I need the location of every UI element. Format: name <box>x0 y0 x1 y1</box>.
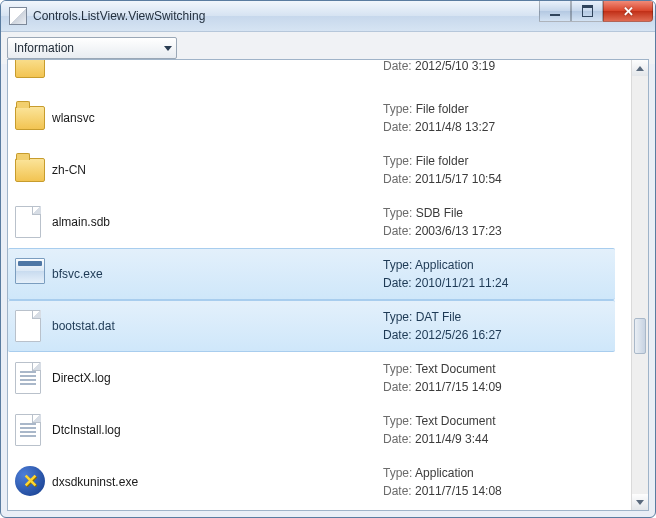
list-item-meta: Type: Text DocumentDate: 2011/4/9 3:44 <box>383 412 613 448</box>
list-item-icon <box>10 310 52 342</box>
window-controls: ✕ <box>539 1 655 21</box>
file-icon <box>15 206 47 238</box>
vertical-scrollbar[interactable] <box>631 60 648 510</box>
content-area: Date: 2012/5/10 3:19wlansvcType: File fo… <box>7 59 649 511</box>
meta-date-label: Date: <box>383 276 412 290</box>
meta-date-value: 2010/11/21 11:24 <box>412 276 509 290</box>
window-frame: Controls.ListView.ViewSwitching ✕ Inform… <box>0 0 656 518</box>
list-item-name: wlansvc <box>52 111 383 125</box>
list-item-icon <box>10 414 52 446</box>
scroll-down-button[interactable] <box>632 494 648 510</box>
meta-type-label: Type: <box>383 258 412 272</box>
list-item-meta: Type: DAT FileDate: 2012/5/26 16:27 <box>383 308 613 344</box>
list-item-icon <box>10 154 52 186</box>
chevron-up-icon <box>636 66 644 71</box>
meta-type-value: Text Document <box>412 362 495 376</box>
chevron-down-icon <box>164 46 172 51</box>
meta-date-label: Date: <box>383 432 412 446</box>
meta-date-label: Date: <box>383 380 412 394</box>
scrollbar-track[interactable] <box>632 76 648 494</box>
maximize-icon <box>582 5 593 17</box>
list-item[interactable]: ✕dxsdkuninst.exeType: ApplicationDate: 2… <box>8 456 615 508</box>
list-item-name: bootstat.dat <box>52 319 383 333</box>
meta-type-label: Type: <box>383 154 412 168</box>
directx-icon: ✕ <box>15 466 47 498</box>
list-item-meta: Date: 2012/5/10 3:19 <box>383 60 613 75</box>
meta-type-label: Type: <box>383 310 412 324</box>
meta-date-label: Date: <box>383 484 412 498</box>
meta-type-value: DAT File <box>412 310 461 324</box>
meta-date-label: Date: <box>383 120 412 134</box>
meta-date-value: 2011/7/15 14:08 <box>412 484 502 498</box>
titlebar[interactable]: Controls.ListView.ViewSwitching ✕ <box>1 1 655 32</box>
list-item[interactable]: DirectX.logType: Text DocumentDate: 2011… <box>8 352 615 404</box>
meta-date-value: 2011/5/17 10:54 <box>412 172 502 186</box>
list-item-meta: Type: File folderDate: 2011/5/17 10:54 <box>383 152 613 188</box>
chevron-down-icon <box>636 500 644 505</box>
meta-date-value: 2011/7/15 14:09 <box>412 380 502 394</box>
list-item-name: bfsvc.exe <box>52 267 383 281</box>
meta-date-value: 2011/4/9 3:44 <box>412 432 489 446</box>
list-item-icon <box>10 362 52 394</box>
meta-type-label: Type: <box>383 362 412 376</box>
list-item[interactable]: Date: 2012/5/10 3:19 <box>8 60 615 92</box>
folder-icon <box>15 102 47 134</box>
folder-icon <box>15 154 47 186</box>
list-item-meta: Type: ApplicationDate: 2011/7/15 14:08 <box>383 464 613 500</box>
scroll-up-button[interactable] <box>632 60 648 76</box>
list-item-icon: ✕ <box>10 466 52 498</box>
list-item-name: zh-CN <box>52 163 383 177</box>
list-item[interactable]: bootstat.datType: DAT FileDate: 2012/5/2… <box>8 300 615 352</box>
app-icon <box>9 7 27 25</box>
meta-date-value: 2003/6/13 17:23 <box>412 224 502 238</box>
meta-type-value: SDB File <box>412 206 463 220</box>
view-dropdown[interactable]: Information <box>7 37 177 59</box>
text-file-icon <box>15 414 47 446</box>
meta-type-value: Application <box>412 258 473 272</box>
meta-date-label: Date: <box>383 224 412 238</box>
text-file-icon <box>15 362 47 394</box>
meta-date-value: 2012/5/26 16:27 <box>412 328 502 342</box>
listview[interactable]: Date: 2012/5/10 3:19wlansvcType: File fo… <box>8 60 631 510</box>
list-item-meta: Type: SDB FileDate: 2003/6/13 17:23 <box>383 204 613 240</box>
meta-type-label: Type: <box>383 414 412 428</box>
list-item[interactable]: almain.sdbType: SDB FileDate: 2003/6/13 … <box>8 196 615 248</box>
meta-date-label: Date: <box>383 172 412 186</box>
close-button[interactable]: ✕ <box>603 1 653 22</box>
view-dropdown-label: Information <box>14 41 74 55</box>
list-item-name: dxsdkuninst.exe <box>52 475 383 489</box>
scrollbar-thumb[interactable] <box>634 318 646 354</box>
application-icon <box>15 258 47 290</box>
meta-type-value: File folder <box>412 102 468 116</box>
window-title: Controls.ListView.ViewSwitching <box>33 9 205 23</box>
list-item[interactable]: zh-CNType: File folderDate: 2011/5/17 10… <box>8 144 615 196</box>
list-item-icon <box>10 206 52 238</box>
meta-type-label: Type: <box>383 206 412 220</box>
list-item-meta: Type: ApplicationDate: 2010/11/21 11:24 <box>383 256 613 292</box>
list-item-icon <box>10 258 52 290</box>
meta-date-label: Date: <box>383 60 412 73</box>
meta-type-label: Type: <box>383 466 412 480</box>
close-icon: ✕ <box>623 5 634 18</box>
meta-type-value: File folder <box>412 154 468 168</box>
meta-type-value: Text Document <box>412 414 495 428</box>
list-item-meta: Type: File folderDate: 2011/4/8 13:27 <box>383 100 613 136</box>
meta-type-label: Type: <box>383 102 412 116</box>
list-item-icon <box>10 102 52 134</box>
list-item-name: DtcInstall.log <box>52 423 383 437</box>
list-item[interactable]: wlansvcType: File folderDate: 2011/4/8 1… <box>8 92 615 144</box>
list-item[interactable]: bfsvc.exeType: ApplicationDate: 2010/11/… <box>8 248 615 300</box>
list-item-icon <box>10 60 52 82</box>
meta-date-label: Date: <box>383 328 412 342</box>
meta-type-value: Application <box>412 466 473 480</box>
list-item-meta: Type: Text DocumentDate: 2011/7/15 14:09 <box>383 360 613 396</box>
meta-date-value: 2012/5/10 3:19 <box>412 60 495 73</box>
list-item-name: almain.sdb <box>52 215 383 229</box>
folder-icon <box>15 60 47 82</box>
meta-date-value: 2011/4/8 13:27 <box>412 120 495 134</box>
file-icon <box>15 310 47 342</box>
list-item-name: DirectX.log <box>52 371 383 385</box>
maximize-button[interactable] <box>571 1 603 22</box>
list-item[interactable]: DtcInstall.logType: Text DocumentDate: 2… <box>8 404 615 456</box>
minimize-button[interactable] <box>539 1 571 22</box>
